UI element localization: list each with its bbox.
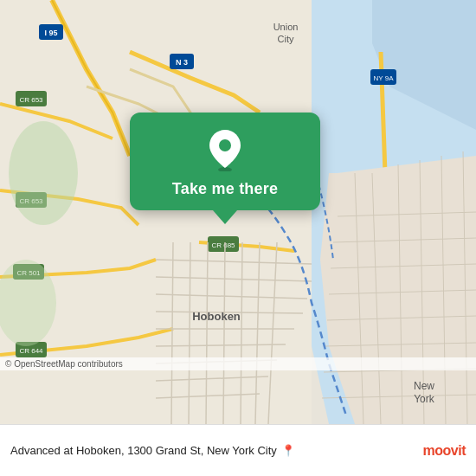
svg-text:NY 9A: NY 9A (374, 74, 395, 82)
svg-marker-45 (320, 156, 476, 424)
svg-text:N 3: N 3 (176, 58, 188, 67)
take-me-there-label: Take me there (172, 180, 278, 198)
location-icon: 📍 (281, 444, 295, 457)
svg-text:CR 685: CR 685 (211, 241, 235, 249)
svg-point-62 (9, 121, 78, 225)
take-me-there-popup[interactable]: Take me there (130, 113, 320, 210)
svg-text:City: City (278, 34, 294, 44)
svg-text:New: New (414, 380, 434, 392)
location-pin-icon (206, 128, 244, 171)
svg-text:I 95: I 95 (44, 29, 57, 37)
copyright-text: © OpenStreetMap contributors (5, 359, 123, 369)
moovit-logo: moovit (423, 443, 466, 459)
svg-text:Hoboken: Hoboken (192, 310, 241, 323)
svg-text:CR 644: CR 644 (19, 347, 43, 355)
svg-text:Union: Union (273, 22, 299, 32)
footer-address: Advanced at Hoboken, 1300 Grand St, New … (10, 444, 423, 457)
moovit-logo-text: moovit (423, 443, 466, 459)
map-area: I 95 N 3 CR 653 CR 653 CR 501 CR 644 NY … (0, 0, 476, 424)
svg-point-65 (219, 139, 231, 151)
copyright-bar: © OpenStreetMap contributors (0, 357, 476, 370)
svg-text:York: York (414, 393, 435, 405)
address-text: Advanced at Hoboken, 1300 Grand St, New … (10, 444, 277, 457)
svg-text:CR 653: CR 653 (19, 96, 43, 104)
footer-bar: Advanced at Hoboken, 1300 Grand St, New … (0, 424, 476, 476)
